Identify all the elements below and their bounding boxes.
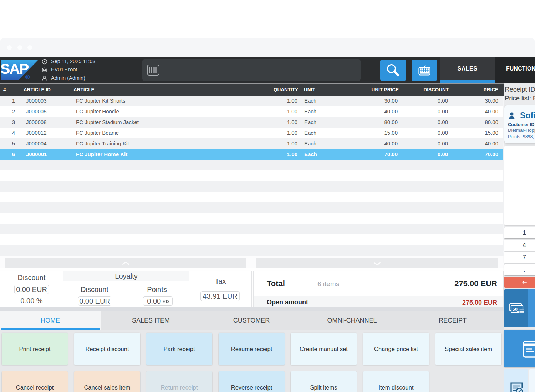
svg-text:50: 50 [513,306,518,312]
svg-text:R: R [26,76,29,79]
svg-text:SAP: SAP [1,61,29,77]
